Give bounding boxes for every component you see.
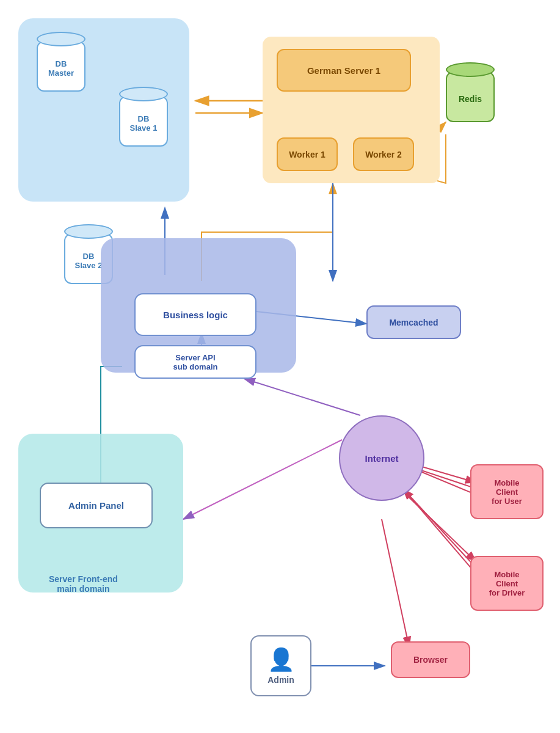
worker1-node: Worker 1 <box>277 137 338 171</box>
redis-node: Redis <box>446 67 495 122</box>
admin-person-icon: 👤 <box>267 647 295 673</box>
db-master-node: DBMaster <box>37 37 85 92</box>
browser-node: Browser <box>391 641 470 678</box>
admin-panel-node: Admin Panel <box>40 483 153 528</box>
admin-person-node: 👤 Admin <box>250 635 311 696</box>
memcached-node: Memcached <box>366 305 461 339</box>
mobile-user-node: MobileClientfor User <box>470 464 544 519</box>
server-api-node: Server APIsub domain <box>134 345 256 379</box>
internet-node: Internet <box>339 415 424 501</box>
mobile-driver-node: MobileClientfor Driver <box>470 556 544 611</box>
frontend-label: Server Front-endmain domain <box>49 574 118 594</box>
business-logic-node: Business logic <box>134 293 256 336</box>
db-slave1-node: DBSlave 1 <box>119 92 168 147</box>
architecture-diagram: DBMaster DBSlave 1 DBSlave 2 German Serv… <box>0 0 560 733</box>
worker2-node: Worker 2 <box>353 137 414 171</box>
german-server-node: German Server 1 <box>277 49 411 92</box>
